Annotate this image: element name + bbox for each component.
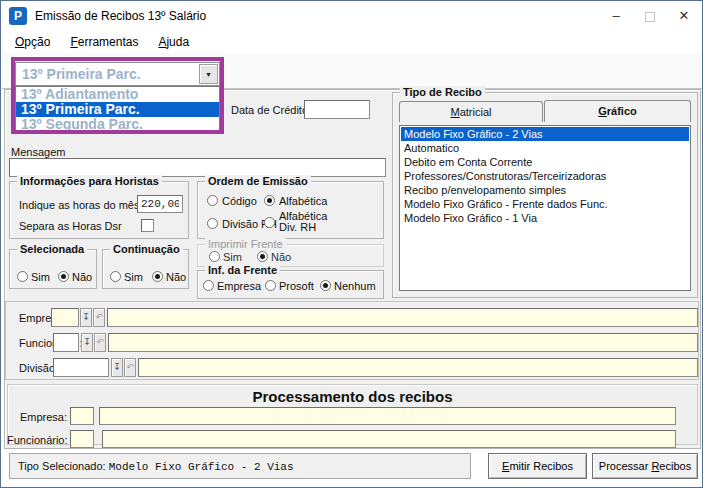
title-bar: P Emissão de Recibos 13º Salário – ✕ [1,1,702,31]
proc-funcionario-label: Funcionário: [7,434,67,446]
list-item[interactable]: Professores/Construtoras/Terceirizadoras [401,169,689,183]
empresa-name-input[interactable] [107,308,698,327]
horistas-title: Informações para Horistas [17,175,162,187]
status-label: Tipo Selecionado: [18,460,106,472]
selecionada-nao-radio[interactable] [58,271,69,282]
horas-mes-label: Indique as horas do mês [19,199,139,211]
divisao-name-input[interactable] [138,358,698,377]
empresa-code-input[interactable] [51,308,79,327]
empresa-undo-button[interactable]: ↶ [93,308,105,327]
radio-codigo-label: Código [222,195,257,207]
divisao-code-input[interactable] [53,358,109,377]
undo-icon: ↶ [95,312,103,322]
app-window: P Emissão de Recibos 13º Salário – ✕ Opç… [0,0,703,488]
proc-empresa-name-input[interactable] [99,407,676,425]
tab-grafico[interactable]: Gráfico [544,100,691,122]
fetch-down-icon: ↧ [82,312,90,322]
proc-empresa-code-input[interactable] [70,407,94,425]
list-item[interactable]: Automatico [401,141,689,155]
emitir-recibos-button[interactable]: Emitir Recibos [488,453,587,479]
tipo-recibo-list: Modelo Fixo Gráfico - 2 Vias Automatico … [399,125,691,291]
continuacao-sim-label: Sim [124,271,143,283]
proc-empresa-label: Empresa: [7,411,67,423]
dropdown-option[interactable]: 13º Segunda Parc. [16,117,219,132]
inf-frente-empresa-radio[interactable] [203,280,214,291]
combobox-arrow-button[interactable]: ▼ [199,64,218,84]
continuacao-title: Continuação [110,243,183,255]
funcionario-fetch-button[interactable]: ↧ [81,333,93,352]
list-item[interactable]: Modelo Fixo Gráfico - Frente dados Func. [401,197,689,211]
minimize-button[interactable]: – [599,1,633,31]
window-title: Emissão de Recibos 13º Salário [35,9,206,23]
app-icon: P [9,7,27,25]
selecionada-nao-label: Não [72,271,92,283]
horas-mes-input[interactable] [137,195,183,213]
inf-frente-nenhum-radio[interactable] [320,280,331,291]
close-icon: ✕ [679,8,690,23]
continuacao-group: Continuação [102,249,189,289]
list-item[interactable]: Modelo Fixo Gráfico - 1 Via [401,211,689,225]
ordem-emissao-title: Ordem de Emissão [205,175,311,187]
parcela-combobox-value: 13º Primeira Parc. [22,66,141,82]
undo-icon: ↶ [126,362,134,372]
mensagem-label: Mensagem [11,146,65,158]
inf-frente-nenhum-label: Nenhum [334,280,376,292]
inf-frente-prosoft-radio[interactable] [265,280,276,291]
close-button[interactable]: ✕ [667,1,701,31]
empresa-fetch-button[interactable]: ↧ [80,308,92,327]
imprimir-frente-sim-radio[interactable] [209,251,220,262]
minimize-icon: – [612,8,619,23]
list-item[interactable]: Recibo p/envelopamento simples [401,183,689,197]
continuacao-sim-radio[interactable] [110,271,121,282]
funcionario-undo-button[interactable]: ↶ [94,333,106,352]
dropdown-option[interactable]: 13º Adiantamento [16,87,219,102]
radio-codigo[interactable] [207,195,218,206]
imprimir-frente-nao-radio[interactable] [257,251,268,262]
menu-ajuda[interactable]: Ajuda [148,32,199,52]
selecionada-sim-radio[interactable] [17,271,28,282]
maximize-button[interactable] [633,1,667,31]
radio-alfabetica-div-rh-label: Alfabética Div. RH [279,211,341,233]
imprimir-frente-sim-label: Sim [223,251,242,263]
radio-alfabetica-label: Alfabética [279,195,327,207]
divisao-fetch-button[interactable]: ↧ [111,358,123,377]
parcela-combobox[interactable]: 13º Primeira Parc. ▼ [15,62,220,86]
radio-alfabetica[interactable] [264,195,275,206]
status-value: Modelo Fixo Gráfico - 2 Vias [109,461,294,473]
fetch-down-icon: ↧ [113,362,121,372]
status-bar: Tipo Selecionado: Modelo Fixo Gráfico - … [9,453,471,479]
menu-bar: Opção Ferramentas Ajuda [1,31,702,53]
menu-opcao[interactable]: Opção [5,32,60,52]
tipo-recibo-title: Tipo de Recibo [400,86,485,98]
inf-frente-prosoft-label: Prosoft [279,280,314,292]
list-item[interactable]: Debito em Conta Corrente [401,155,689,169]
funcionario-code-input[interactable] [53,333,79,352]
list-item[interactable]: Modelo Fixo Gráfico - 2 Vias [401,127,689,141]
data-credito-input[interactable] [304,100,370,119]
inf-frente-title: Inf. da Frente [205,264,280,276]
radio-divisao-rh[interactable] [207,218,218,229]
chevron-down-icon: ▼ [205,71,212,78]
separa-dsr-checkbox[interactable] [141,219,154,232]
proc-funcionario-code-input[interactable] [70,430,94,448]
parcela-dropdown-list: 13º Adiantamento 13º Primeira Parc. 13º … [15,86,220,133]
funcionario-name-input[interactable] [108,333,698,352]
radio-alfabetica-div-rh[interactable] [264,217,275,228]
continuacao-nao-radio[interactable] [152,271,163,282]
fetch-down-icon: ↧ [83,337,91,347]
tab-matricial[interactable]: Matricial [399,101,543,122]
imprimir-frente-nao-label: Não [271,251,291,263]
inf-frente-empresa-label: Empresa [217,280,261,292]
menu-ferramentas[interactable]: Ferramentas [60,32,148,52]
processamento-title: Processamento dos recibos [8,388,697,405]
proc-funcionario-name-input[interactable] [102,430,676,448]
imprimir-frente-title: Imprimir Frente [205,238,286,250]
continuacao-nao-label: Não [166,271,186,283]
selecionada-sim-label: Sim [31,271,50,283]
selecionada-group: Selecionada [9,249,97,289]
processar-recibos-button[interactable]: Processar Recibos [592,453,698,479]
selecionada-title: Selecionada [17,243,87,255]
dropdown-option[interactable]: 13º Primeira Parc. [16,102,219,117]
maximize-icon [645,12,655,22]
divisao-undo-button[interactable]: ↶ [124,358,136,377]
